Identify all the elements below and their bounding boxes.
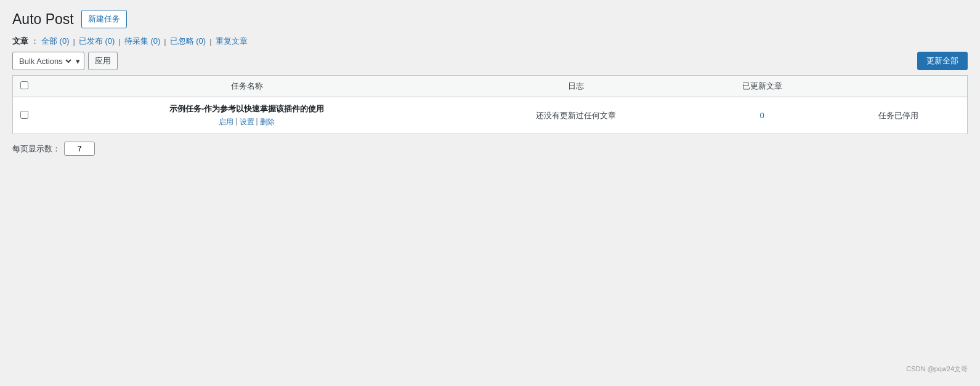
apply-button[interactable]: 应用 bbox=[88, 52, 118, 70]
task-log-cell: 还没有更新过任何文章 bbox=[458, 97, 694, 134]
task-log: 还没有更新过任何文章 bbox=[536, 111, 616, 120]
task-status: 任务已停用 bbox=[878, 111, 918, 120]
col-task-name: 任务名称 bbox=[36, 76, 458, 97]
task-name: 示例任务-作为参考以快速掌握该插件的使用 bbox=[43, 103, 450, 115]
col-updated-count: 已更新文章 bbox=[694, 76, 830, 97]
filter-pending[interactable]: 待采集 (0) bbox=[124, 36, 161, 47]
filter-all[interactable]: 全部 (0) bbox=[41, 36, 70, 47]
update-all-button[interactable]: 更新全部 bbox=[917, 52, 968, 70]
page-header: Auto Post 新建任务 bbox=[12, 10, 968, 28]
task-enable-link[interactable]: 启用 bbox=[219, 117, 233, 127]
col-status bbox=[830, 76, 968, 97]
filter-ignored[interactable]: 已忽略 (0) bbox=[170, 36, 206, 47]
filter-bar: 文章 ： 全部 (0) | 已发布 (0) | 待采集 (0) | 已忽略 (0… bbox=[12, 36, 968, 47]
filter-duplicate[interactable]: 重复文章 bbox=[216, 36, 248, 47]
new-task-button[interactable]: 新建任务 bbox=[81, 10, 127, 28]
page-title: Auto Post bbox=[12, 11, 74, 28]
task-status-cell: 任务已停用 bbox=[830, 97, 968, 134]
table-header: 任务名称 日志 已更新文章 bbox=[13, 76, 968, 97]
filter-label: 文章 bbox=[12, 36, 28, 47]
table-body: 示例任务-作为参考以快速掌握该插件的使用 启用 | 设置 | 删除 还没有更新过… bbox=[13, 97, 968, 134]
bulk-actions-select-wrapper[interactable]: Bulk Actions 删除 ▾ bbox=[12, 52, 84, 70]
col-log: 日志 bbox=[458, 76, 694, 97]
task-delete-link[interactable]: 删除 bbox=[260, 117, 275, 127]
task-count-cell: 0 bbox=[694, 97, 830, 134]
task-settings-link[interactable]: 设置 bbox=[240, 117, 254, 127]
select-all-checkbox[interactable] bbox=[20, 81, 28, 89]
watermark: CSDN @pqw24文哥 bbox=[906, 364, 968, 374]
task-actions: 启用 | 设置 | 删除 bbox=[43, 117, 450, 127]
select-all-header bbox=[13, 76, 36, 97]
toolbar: Bulk Actions 删除 ▾ 应用 更新全部 bbox=[12, 52, 968, 70]
bulk-actions-select[interactable]: Bulk Actions 删除 bbox=[17, 56, 73, 66]
tasks-table: 任务名称 日志 已更新文章 示例任务-作为参考以快速掌握该插件的使用 bbox=[12, 75, 968, 134]
row-checkbox[interactable] bbox=[20, 111, 28, 119]
chevron-down-icon: ▾ bbox=[76, 57, 80, 66]
filter-colon: ： bbox=[31, 36, 39, 47]
table-row: 示例任务-作为参考以快速掌握该插件的使用 启用 | 设置 | 删除 还没有更新过… bbox=[13, 97, 968, 134]
toolbar-left: Bulk Actions 删除 ▾ 应用 bbox=[12, 52, 118, 70]
filter-published[interactable]: 已发布 (0) bbox=[79, 36, 115, 47]
per-page-input[interactable] bbox=[64, 142, 95, 156]
task-count[interactable]: 0 bbox=[759, 111, 764, 120]
per-page-row: 每页显示数： bbox=[12, 142, 968, 156]
per-page-label: 每页显示数： bbox=[12, 143, 60, 155]
task-name-cell: 示例任务-作为参考以快速掌握该插件的使用 启用 | 设置 | 删除 bbox=[36, 97, 458, 134]
toolbar-right: 更新全部 bbox=[917, 52, 968, 70]
row-checkbox-cell bbox=[13, 97, 36, 134]
